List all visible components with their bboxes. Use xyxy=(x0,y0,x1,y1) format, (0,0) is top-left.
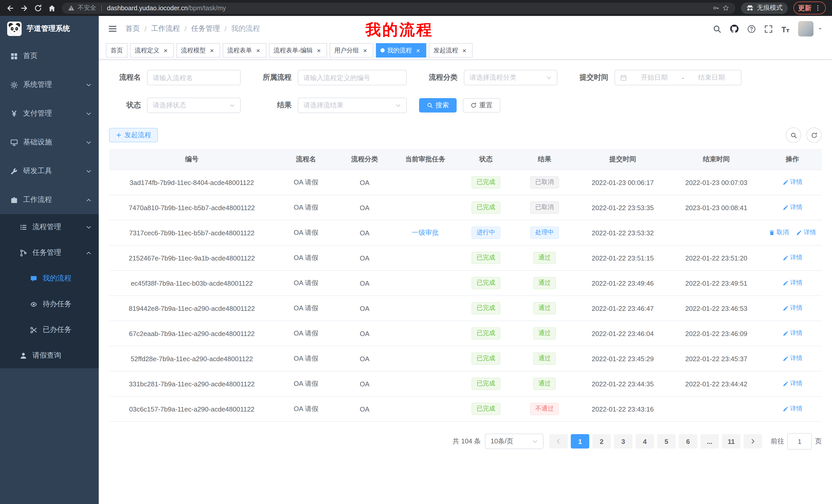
status-tag: 已完成 xyxy=(471,353,500,365)
search-button[interactable]: 搜索 xyxy=(419,98,457,113)
logo[interactable]: 芋道管理系统 xyxy=(0,16,99,41)
tab-item-2[interactable]: 流程模型× xyxy=(176,43,220,58)
caret-down-icon[interactable] xyxy=(817,26,823,31)
current-task-link[interactable]: 一级审批 xyxy=(412,229,439,236)
tab-item-6[interactable]: 我的流程× xyxy=(376,43,426,58)
refresh-table-button[interactable] xyxy=(806,128,822,143)
close-icon[interactable]: × xyxy=(362,47,369,54)
help-icon[interactable] xyxy=(747,24,756,33)
sidebar-item-workflow[interactable]: 工作流程 xyxy=(0,186,99,214)
sidebar-item-home[interactable]: 首页 xyxy=(0,41,99,71)
process-name-input[interactable] xyxy=(147,70,241,85)
pagination-page-button[interactable]: 4 xyxy=(635,434,654,449)
breadcrumb-item[interactable]: 任务管理 xyxy=(191,24,220,33)
sidebar-item-infra[interactable]: 基础设施 xyxy=(0,128,99,157)
tab-item-5[interactable]: 用户分组× xyxy=(330,43,373,58)
tab-item-3[interactable]: 流程表单× xyxy=(223,43,266,58)
tab-item-7[interactable]: 发起流程× xyxy=(429,43,473,58)
reset-button[interactable]: 重置 xyxy=(463,98,500,113)
edit-icon xyxy=(782,280,788,286)
bookmark-star-icon[interactable] xyxy=(723,5,729,11)
page-size-select[interactable]: 10条/页 xyxy=(485,433,544,449)
pagination-more-button[interactable]: ... xyxy=(700,434,719,449)
detail-link[interactable]: 详情 xyxy=(782,354,802,363)
status-tag: 通过 xyxy=(533,377,556,390)
create-process-button[interactable]: 发起流程 xyxy=(109,128,158,142)
sidebar-item-todo-task[interactable]: 待办任务 xyxy=(0,291,99,317)
pagination-page-button[interactable]: 1 xyxy=(571,434,589,449)
result-select[interactable]: 请选择流结果 xyxy=(298,97,407,113)
tab-item-1[interactable]: 流程定义× xyxy=(130,43,174,58)
close-icon[interactable]: × xyxy=(208,47,215,54)
pagination-page-button[interactable]: 5 xyxy=(657,434,676,449)
close-icon[interactable]: × xyxy=(315,47,322,54)
close-icon[interactable]: × xyxy=(162,47,169,54)
cell-current-task xyxy=(392,396,459,422)
detail-link[interactable]: 详情 xyxy=(782,203,802,212)
detail-link[interactable]: 详情 xyxy=(782,178,802,187)
toggle-search-button[interactable] xyxy=(786,128,801,143)
security-warning-icon[interactable] xyxy=(68,5,75,11)
cell-end-time: 2022-01-22 23:46:09 xyxy=(670,321,763,346)
browser-back-icon[interactable] xyxy=(6,4,15,12)
pagination-next-button[interactable] xyxy=(744,434,762,449)
pagination-page-button[interactable]: 2 xyxy=(592,434,611,449)
password-key-icon[interactable] xyxy=(713,5,719,11)
sidebar-item-task-mgmt[interactable]: 任务管理 xyxy=(0,240,99,265)
address-bar[interactable]: 不安全 dashboard.yudao.iocoder.cn/bpm/task/… xyxy=(62,2,735,13)
category-select[interactable]: 请选择流程分类 xyxy=(464,70,557,85)
hamburger-icon[interactable] xyxy=(108,24,117,33)
submit-time-range-picker[interactable]: 开始日期 - 结束日期 xyxy=(615,70,742,85)
detail-link[interactable]: 详情 xyxy=(782,329,802,338)
detail-link[interactable]: 详情 xyxy=(796,228,816,237)
page-jump-input[interactable] xyxy=(787,433,812,450)
pagination-page-button[interactable]: 11 xyxy=(722,434,740,449)
eye-icon xyxy=(30,300,37,308)
browser-reload-icon[interactable] xyxy=(34,4,42,12)
sidebar-item-process-mgmt[interactable]: 流程管理 xyxy=(0,214,99,240)
search-icon[interactable] xyxy=(713,24,722,33)
sidebar-item-label: 已办任务 xyxy=(43,325,92,334)
parent-process-input[interactable] xyxy=(298,70,407,85)
close-icon[interactable]: × xyxy=(255,47,262,54)
cancel-link[interactable]: 取消 xyxy=(769,228,789,237)
breadcrumb-item[interactable]: 首页 xyxy=(126,24,140,33)
cell-category: OA xyxy=(337,346,392,371)
browser-menu-icon[interactable] xyxy=(814,5,821,11)
pagination-prev-button[interactable] xyxy=(549,434,568,449)
status-select[interactable]: 请选择状态 xyxy=(147,97,241,113)
pagination-page-button[interactable]: 6 xyxy=(679,434,697,449)
sidebar-item-leave-query[interactable]: 请假查询 xyxy=(0,343,99,368)
sidebar-item-payment[interactable]: 支付管理 xyxy=(0,99,99,128)
cell-current-task xyxy=(392,296,459,321)
sidebar-item-label: 工作流程 xyxy=(23,195,86,204)
sidebar-item-devtools[interactable]: 研发工具 xyxy=(0,157,99,186)
avatar[interactable] xyxy=(798,21,813,36)
detail-link[interactable]: 详情 xyxy=(782,404,802,413)
cell-current-task: 一级审批 xyxy=(392,220,459,245)
detail-link[interactable]: 详情 xyxy=(782,279,802,287)
sidebar-item-system[interactable]: 系统管理 xyxy=(0,71,99,99)
fontsize-icon[interactable] xyxy=(781,24,790,33)
github-icon[interactable] xyxy=(730,24,739,33)
tab-item-4[interactable]: 流程表单-编辑× xyxy=(269,43,327,58)
sidebar-item-done-task[interactable]: 已办任务 xyxy=(0,317,99,343)
detail-link[interactable]: 详情 xyxy=(782,254,802,262)
browser-forward-icon[interactable] xyxy=(20,4,28,12)
tab-item-0[interactable]: 首页 xyxy=(106,43,128,58)
detail-link[interactable]: 详情 xyxy=(782,304,802,313)
browser-home-icon[interactable] xyxy=(48,4,56,12)
table-row: 52ffd28e-7b9a-11ec-a290-acde48001122OA 请… xyxy=(109,346,822,371)
fullscreen-icon[interactable] xyxy=(764,24,773,33)
sidebar-item-my-process[interactable]: 我的流程 xyxy=(0,265,99,291)
cell-category: OA xyxy=(337,371,392,396)
jump-prefix: 前往 xyxy=(771,437,784,446)
detail-link[interactable]: 详情 xyxy=(782,380,802,388)
filter-label: 流程分类 xyxy=(419,73,458,82)
status-tag: 已取消 xyxy=(530,201,559,214)
breadcrumb-item[interactable]: 工作流程 xyxy=(151,24,180,33)
close-icon[interactable]: × xyxy=(461,47,468,54)
browser-update-button[interactable]: 更新 xyxy=(794,2,826,15)
pagination-page-button[interactable]: 3 xyxy=(614,434,632,449)
close-icon[interactable]: × xyxy=(414,47,422,54)
